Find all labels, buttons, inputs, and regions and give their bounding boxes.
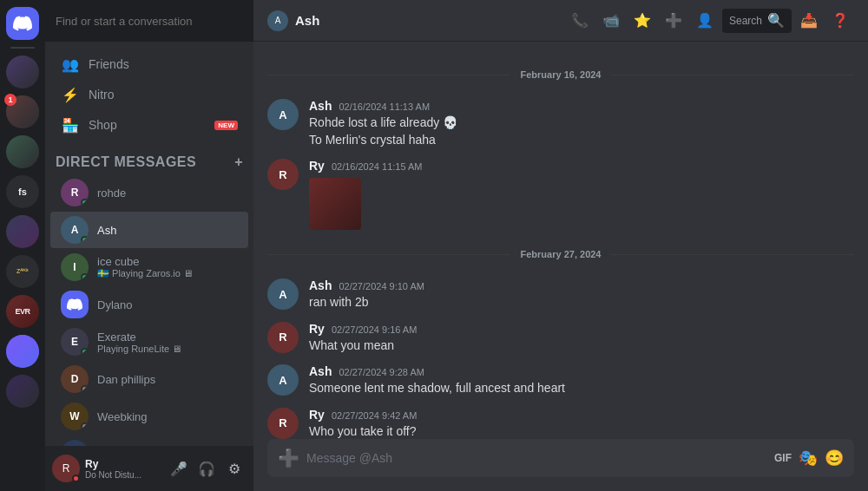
nav-nitro[interactable]: ⚡ Nitro (50, 80, 248, 109)
settings-button[interactable]: ⚙ (222, 456, 247, 481)
msg-content-ry-2: Ry 02/27/2024 9:16 AM What you mean (309, 322, 854, 355)
dm-item-name-ash: Ash (97, 224, 116, 237)
user-profile-button[interactable]: 👤 (691, 7, 719, 35)
server-icon-9[interactable] (6, 375, 39, 408)
dm-avatar-dylano (61, 291, 89, 318)
message-group-ry-2: R Ry 02/27/2024 9:16 AM What you mean (253, 318, 868, 358)
msg-header-ash-3: Ash 02/27/2024 9:28 AM (309, 364, 854, 378)
dm-avatar-dan-phillips: D (61, 365, 89, 393)
input-actions: GIF 🎭 😊 (774, 448, 844, 468)
msg-avatar-ash-2: A (267, 278, 299, 310)
msg-author-ry-2: Ry (309, 322, 325, 336)
messages-container: February 16, 2024 A Ash 02/16/2024 11:13… (253, 42, 868, 439)
nav-friends[interactable]: 👥 Friends (50, 49, 248, 79)
msg-image-ry-1 (309, 178, 361, 230)
header-search[interactable]: Search 🔍 (722, 9, 792, 33)
add-friend-button[interactable]: ➕ (660, 7, 687, 35)
msg-content-ry-3: Ry 02/27/2024 9:42 AM Who you take it of… (309, 408, 854, 439)
status-icecube (81, 273, 89, 281)
msg-header-ry-3: Ry 02/27/2024 9:42 AM (309, 408, 854, 422)
search-input[interactable] (56, 15, 243, 28)
headphone-button[interactable]: 🎧 (194, 456, 219, 481)
msg-avatar-ash-3: A (267, 364, 299, 396)
server-icon-2[interactable]: 1 (6, 95, 39, 128)
user-panel-status: Do Not Distu... (85, 470, 161, 480)
help-button[interactable]: ❓ (826, 7, 854, 35)
inbox-button[interactable]: 📥 (795, 7, 823, 35)
msg-content-ash-3: Ash 02/27/2024 9:28 AM Someone lent me s… (309, 364, 854, 397)
user-status-badge (72, 475, 80, 482)
dm-item-info-rohde: rohde (97, 187, 126, 200)
sticker-button[interactable]: 🎭 (799, 448, 818, 468)
server-icon-fs[interactable]: fs (6, 175, 39, 208)
msg-timestamp-ash-2: 02/27/2024 9:10 AM (339, 281, 424, 291)
server-icon-zaros[interactable]: Zᴬᴿᴼˢ (6, 255, 39, 288)
dm-avatar-exerate: E (61, 328, 89, 356)
msg-author-ry-3: Ry (309, 408, 325, 422)
msg-text-ash-3: Someone lent me shadow, full ancest and … (309, 380, 854, 397)
add-attachment-button[interactable]: ➕ (278, 448, 299, 468)
user-panel-avatar: R (52, 455, 80, 482)
dm-item-name-icecube: ice cube (97, 255, 193, 268)
status-exerate (81, 348, 89, 356)
dm-item-name-exerate: Exerate (97, 331, 181, 344)
dm-item-weebking[interactable]: W Weebking (50, 398, 248, 435)
server-icon-discord[interactable] (6, 7, 39, 40)
msg-avatar-ash-1: A (267, 99, 299, 130)
server-icon-5[interactable] (6, 215, 39, 248)
search-placeholder: Search (729, 15, 762, 27)
msg-timestamp-ash-3: 02/27/2024 9:28 AM (339, 367, 424, 377)
msg-header-ash-1: Ash 02/16/2024 11:13 AM (309, 99, 854, 113)
dm-avatar-ash: A (61, 216, 89, 244)
nav-shop[interactable]: 🏪 Shop NEW (50, 110, 248, 140)
dm-item-name-dan-phillips: Dan phillips (97, 373, 155, 386)
dm-sidebar: 👥 Friends ⚡ Nitro 🏪 Shop NEW DIRECT MESS… (45, 0, 253, 491)
msg-author-ash-3: Ash (309, 364, 332, 378)
msg-content-ry-1: Ry 02/16/2024 11:15 AM (309, 159, 854, 230)
msg-author-ry-1: Ry (309, 159, 325, 173)
server-icon-evr[interactable]: EVR (6, 295, 39, 328)
shop-icon: 🏪 (61, 115, 80, 134)
msg-avatar-ry-3: R (267, 408, 299, 439)
dm-search-bar[interactable] (45, 0, 253, 42)
user-panel: R Ry Do Not Distu... 🎤 🎧 ⚙ (45, 446, 253, 491)
server-icon-1[interactable] (6, 56, 39, 88)
msg-author-ash-1: Ash (309, 99, 332, 113)
server-icon-3[interactable] (6, 135, 39, 168)
server-icon-8[interactable] (6, 335, 39, 368)
dm-item-dan-phillips[interactable]: D Dan phillips (50, 361, 248, 397)
dm-item-dylano[interactable]: Dylano (50, 286, 248, 323)
add-dm-icon[interactable]: + (234, 154, 243, 170)
video-button[interactable]: 📹 (597, 7, 625, 35)
mic-button[interactable]: 🎤 (167, 456, 191, 481)
nitro-button[interactable]: ⭐ (628, 7, 656, 35)
friends-label: Friends (89, 57, 129, 71)
call-button[interactable]: 📞 (566, 7, 594, 35)
dm-item-exerate[interactable]: E Exerate Playing RuneLite 🖥 (50, 324, 248, 360)
msg-content-ash-1: Ash 02/16/2024 11:13 AM Rohde lost a lif… (309, 99, 854, 148)
message-group-ry-3: R Ry 02/27/2024 9:42 AM Who you take it … (253, 404, 868, 439)
msg-timestamp-ash-1: 02/16/2024 11:13 AM (339, 101, 430, 112)
status-weebking (81, 422, 89, 430)
date-label-feb16: February 16, 2024 (510, 69, 612, 80)
message-input[interactable] (306, 451, 767, 465)
server-sidebar: 1 fs Zᴬᴿᴼˢ EVR (0, 0, 45, 491)
emoji-button[interactable]: 😊 (825, 448, 844, 468)
chat-header: A Ash 📞 📹 ⭐ ➕ 👤 Search 🔍 📥 ❓ (253, 0, 868, 42)
msg-content-ash-2: Ash 02/27/2024 9:10 AM ran with 2b (309, 278, 854, 311)
msg-text-ry-3: Who you take it off? (309, 423, 854, 439)
search-icon: 🔍 (767, 12, 785, 29)
dm-item-rohde[interactable]: R rohde (50, 174, 248, 211)
friends-icon: 👥 (61, 55, 80, 74)
msg-header-ry-1: Ry 02/16/2024 11:15 AM (309, 159, 854, 173)
dm-item-unique[interactable]: U Unique (50, 435, 248, 446)
status-rohde (81, 199, 89, 206)
dm-avatar-rohde: R (61, 179, 89, 206)
msg-header-ash-2: Ash 02/27/2024 9:10 AM (309, 278, 854, 292)
status-ash (81, 236, 89, 244)
nitro-icon: ⚡ (61, 85, 80, 104)
dm-item-ash[interactable]: A Ash (50, 212, 248, 248)
dm-item-icecube[interactable]: I ice cube 🇸🇪 Playing Zaros.io 🖥 (50, 249, 248, 285)
gif-button[interactable]: GIF (774, 452, 792, 464)
msg-author-ash-2: Ash (309, 278, 332, 292)
